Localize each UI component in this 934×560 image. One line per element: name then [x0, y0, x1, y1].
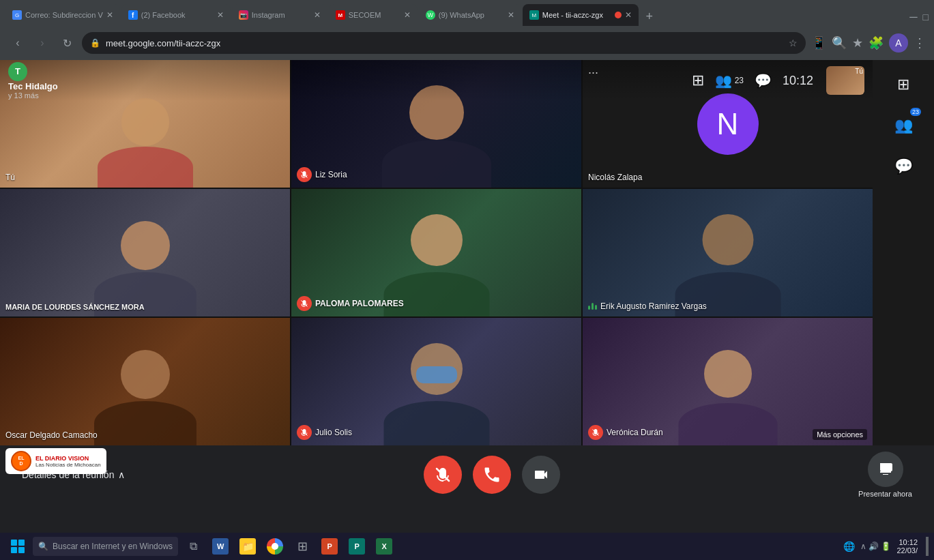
- tab-meet[interactable]: M Meet - tii-aczc-zgx ✕: [523, 4, 639, 26]
- participants-button[interactable]: 👥 23: [715, 72, 744, 89]
- address-bar[interactable]: 🔒 meet.google.com/tii-aczc-zgx ☆: [82, 32, 806, 54]
- word-icon: W: [212, 538, 229, 555]
- hangup-button[interactable]: [473, 456, 511, 494]
- tab-whatsapp[interactable]: W (9) WhatsApp ✕: [419, 4, 521, 26]
- meeting-name-badge[interactable]: T Tec Hidalgo y 13 más: [8, 62, 58, 100]
- back-button[interactable]: ‹: [8, 33, 27, 53]
- grid-view-icon[interactable]: ⊞: [692, 72, 704, 89]
- windows-logo: [11, 540, 25, 553]
- taskbar-time: 10:12: [896, 538, 918, 546]
- window-controls: ─ □: [909, 11, 929, 26]
- minimize-button[interactable]: ─: [909, 11, 917, 23]
- forward-button[interactable]: ›: [33, 33, 52, 53]
- bookmark-manager-icon[interactable]: ★: [852, 35, 863, 50]
- bookmark-icon[interactable]: ☆: [789, 38, 798, 48]
- meeting-avatar: T: [8, 62, 27, 81]
- tray-icons[interactable]: ∧ 🔊 🔋: [860, 542, 892, 551]
- mas-opciones[interactable]: Más opciones: [813, 429, 867, 440]
- account-icon[interactable]: A: [889, 33, 908, 53]
- participant-count: 23: [735, 76, 744, 85]
- taskbar-chrome[interactable]: [263, 534, 287, 559]
- tab-title-instagram: Instagram: [252, 11, 310, 19]
- system-tray: 🌐 ∧ 🔊 🔋 10:12 22/03/: [843, 537, 929, 556]
- task-view-button[interactable]: ⧉: [181, 534, 205, 559]
- address-text: meet.google.com/tii-aczc-zgx: [106, 38, 783, 48]
- tab-secoem[interactable]: M SECOEM ✕: [329, 4, 418, 26]
- taskbar-powerpoint[interactable]: P: [317, 534, 342, 559]
- taskbar-explorer[interactable]: 📁: [235, 534, 260, 559]
- video-cell-paloma: PALOMA PALOMARES: [291, 189, 581, 316]
- video-grid: Tú Liz Soria N ··· Nicolás Zalapa: [0, 60, 873, 445]
- label-julio: Julio Solis: [315, 428, 352, 437]
- taskbar-search[interactable]: 🔍 Buscar en Internet y en Windows: [33, 537, 178, 556]
- taskbar-excel[interactable]: X: [372, 534, 396, 559]
- video-cell-oscar: Oscar Delgado Camacho: [0, 318, 290, 445]
- meeting-title: Tec Hidalgo: [8, 81, 58, 91]
- name-with-mute-liz: Liz Soria: [297, 167, 347, 182]
- taskbar-start-menu2[interactable]: ⊞: [290, 534, 315, 559]
- phone-hangup-icon: [482, 465, 501, 484]
- show-desktop-button[interactable]: [926, 537, 929, 556]
- participant-badge: 23: [910, 108, 921, 116]
- mute-icon-paloma: [297, 296, 312, 311]
- chevron-up-icon: ∧: [118, 469, 125, 480]
- panel-participants-button[interactable]: 👥 23: [887, 109, 920, 142]
- tab-close-instagram[interactable]: ✕: [314, 10, 321, 20]
- excel-icon: X: [376, 538, 392, 555]
- network-icon[interactable]: 🌐: [843, 541, 855, 552]
- zoom-icon[interactable]: 🔍: [832, 35, 847, 50]
- address-bar-row: ‹ › ↻ 🔒 meet.google.com/tii-aczc-zgx ☆ 📱…: [0, 26, 934, 60]
- people-icon: 👥: [715, 72, 732, 89]
- new-tab-button[interactable]: +: [640, 7, 659, 26]
- taskbar-publisher[interactable]: P: [345, 534, 369, 559]
- present-now-button[interactable]: [868, 452, 903, 487]
- watermark-title: EL DIARIO VISION: [35, 455, 101, 462]
- tab-instagram[interactable]: 📷 Instagram ✕: [232, 4, 327, 26]
- right-panel: ⊞ 👥 23 💬: [873, 60, 934, 445]
- tab-close-whatsapp[interactable]: ✕: [508, 10, 514, 20]
- mute-button[interactable]: [424, 456, 462, 494]
- chat-icon[interactable]: 💬: [755, 72, 772, 89]
- menu-button[interactable]: ⋮: [914, 35, 926, 50]
- name-with-mute-paloma: PALOMA PALOMARES: [297, 296, 404, 311]
- header-right-controls: ⊞ 👥 23 💬 10:12 Tú: [692, 66, 864, 95]
- reload-button[interactable]: ↻: [57, 33, 76, 53]
- tab-favicon-whatsapp: W: [426, 10, 435, 20]
- video-cell-maria: MARIA DE LOURDES SÁNCHEZ MORA: [0, 189, 290, 316]
- panel-grid-button[interactable]: ⊞: [887, 68, 920, 101]
- tab-facebook[interactable]: f (2) Facebook ✕: [121, 4, 231, 26]
- tab-favicon-correo: G: [12, 10, 22, 20]
- clock: 10:12 22/03/: [896, 538, 918, 555]
- taskbar-word[interactable]: W: [208, 534, 233, 559]
- meeting-info: Tec Hidalgo y 13 más: [8, 81, 58, 100]
- tab-recording-dot: [615, 12, 622, 18]
- restore-button[interactable]: □: [923, 12, 929, 23]
- extensions-icon[interactable]: 🧩: [869, 35, 884, 50]
- dots-menu-nicolas[interactable]: ···: [588, 65, 598, 80]
- speaking-indicator-erik: Erik Augusto Ramirez Vargas: [588, 301, 707, 311]
- time-display: 10:12: [783, 74, 815, 88]
- panel-chat-button[interactable]: 💬: [887, 150, 920, 183]
- explorer-icon: 📁: [239, 538, 256, 555]
- tab-close-meet[interactable]: ✕: [625, 10, 632, 20]
- svg-rect-5: [884, 469, 888, 470]
- cast-icon[interactable]: 📱: [811, 35, 826, 50]
- tab-favicon-secoem: M: [336, 10, 345, 20]
- search-icon: 🔍: [38, 542, 48, 551]
- label-oscar: Oscar Delgado Camacho: [5, 430, 98, 440]
- tab-close-secoem[interactable]: ✕: [404, 10, 411, 20]
- label-tu: Tú: [5, 173, 15, 182]
- watermark-text: EL DIARIO VISION Las Noticias de Michoac…: [35, 455, 101, 468]
- tab-close-correo[interactable]: ✕: [106, 10, 113, 20]
- tab-close-facebook[interactable]: ✕: [217, 10, 224, 20]
- tab-correo[interactable]: G Correo: Subdireccion V ✕: [5, 4, 120, 26]
- meeting-subtitle: y 13 más: [8, 91, 58, 100]
- camera-button[interactable]: [522, 456, 560, 494]
- windows-start-button[interactable]: [5, 534, 30, 559]
- tab-title-whatsapp: (9) WhatsApp: [439, 11, 504, 19]
- video-cell-julio: Julio Solis: [291, 318, 581, 445]
- watermark: ELD EL DIARIO VISION Las Noticias de Mic…: [5, 448, 106, 474]
- tab-title-correo: Correo: Subdireccion V: [25, 11, 103, 19]
- browser-chrome: G Correo: Subdireccion V ✕ f (2) Faceboo…: [0, 0, 934, 560]
- bottom-control-bar: Detalles de la reunión ∧ Presentar ahora: [0, 445, 934, 504]
